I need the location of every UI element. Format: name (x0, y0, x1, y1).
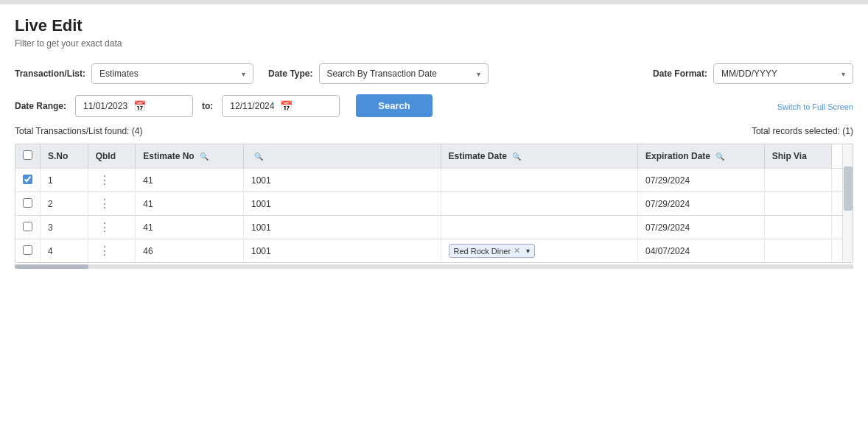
header-expiration-date: Expiration Date 🔍 (638, 144, 765, 169)
row-expiration-date (764, 192, 831, 216)
row-estimate-date: 07/29/2024 (638, 169, 765, 192)
date-type-chevron-icon: ▾ (477, 70, 480, 78)
transaction-chevron-icon: ▾ (242, 70, 245, 78)
customer-selected-tag: Red Rock Diner✕▾ (449, 244, 536, 258)
row-customer (441, 192, 638, 216)
total-found-label: Total Transactions/List found: (4) (15, 126, 142, 136)
table-header-row: S.No QbId Estimate No 🔍 🔍 Estimate Date … (15, 144, 853, 169)
table-horizontal-scrollbar[interactable] (15, 264, 853, 269)
transaction-list-label: Transaction/List: (15, 69, 85, 79)
row-customer (441, 216, 638, 239)
row-checkbox-cell (15, 169, 41, 192)
header-customer: 🔍 (244, 144, 441, 169)
row-qbid: 41 (136, 216, 244, 239)
date-range-label: Date Range: (15, 101, 66, 111)
row-dots-cell: ⋮ (88, 192, 136, 216)
row-estimate-date: 07/29/2024 (638, 216, 765, 239)
header-sno: S.No (41, 144, 88, 169)
row-4-checkbox[interactable] (23, 245, 32, 255)
row-sno: 3 (41, 216, 88, 239)
table-scrollbar-horizontal-thumb (15, 264, 88, 269)
table-scrollbar-thumb (844, 166, 853, 211)
row-customer: Red Rock Diner✕▾ (441, 239, 638, 263)
date-to-label: to: (202, 101, 213, 111)
date-to-value: 12/11/2024 (230, 101, 274, 111)
row-dots-button[interactable]: ⋮ (96, 220, 113, 234)
page-subtitle: Filter to get your exact data (15, 38, 853, 49)
table-row: 2⋮41100107/29/2024 (15, 192, 853, 216)
row-estimate-no: 1001 (244, 169, 441, 192)
estimate-date-search-icon[interactable]: 🔍 (512, 152, 521, 161)
date-format-value: MM/DD/YYYY (721, 69, 777, 79)
row-customer (441, 169, 638, 192)
row-estimate-no: 1001 (244, 239, 441, 263)
customer-tag-text: Red Rock Diner (454, 247, 511, 256)
header-estimate-date: Estimate Date 🔍 (441, 144, 638, 169)
row-checkbox-cell (15, 192, 41, 216)
header-ship-via: Ship Via (764, 144, 831, 169)
date-type-select[interactable]: Search By Transaction Date ▾ (319, 63, 489, 84)
table-row: 1⋮41100107/29/2024 (15, 169, 853, 192)
row-2-checkbox[interactable] (23, 198, 32, 208)
header-checkbox-cell (15, 144, 41, 169)
row-sno: 1 (41, 169, 88, 192)
row-sno: 2 (41, 192, 88, 216)
row-3-checkbox[interactable] (23, 222, 32, 231)
date-type-value: Search By Transaction Date (327, 69, 437, 79)
row-dots-cell: ⋮ (88, 216, 136, 239)
customer-tag-chevron-icon[interactable]: ▾ (526, 247, 530, 255)
table-vertical-scrollbar[interactable] (842, 144, 853, 262)
table-row: 4⋮461001Red Rock Diner✕▾04/07/2024 (15, 239, 853, 263)
row-expiration-date (764, 216, 831, 239)
row-estimate-no: 1001 (244, 192, 441, 216)
row-checkbox-cell (15, 239, 41, 263)
calendar-from-icon: 📅 (133, 100, 146, 112)
data-table: S.No QbId Estimate No 🔍 🔍 Estimate Date … (15, 144, 853, 263)
row-dots-cell: ⋮ (88, 239, 136, 263)
page-title: Live Edit (15, 16, 853, 35)
full-screen-link[interactable]: Switch to Full Screen (777, 102, 853, 111)
row-estimate-no: 1001 (244, 216, 441, 239)
row-dots-button[interactable]: ⋮ (96, 197, 113, 211)
row-dots-cell: ⋮ (88, 169, 136, 192)
row-qbid: 46 (136, 239, 244, 263)
date-format-label: Date Format: (653, 69, 707, 79)
date-format-select[interactable]: MM/DD/YYYY ▾ (713, 63, 853, 84)
row-estimate-date: 07/29/2024 (638, 192, 765, 216)
calendar-to-icon: 📅 (280, 100, 293, 112)
select-all-checkbox[interactable] (23, 150, 32, 160)
total-selected-label: Total records selected: (1) (752, 126, 853, 136)
date-type-label: Date Type: (268, 69, 312, 79)
row-estimate-date: 04/07/2024 (638, 239, 765, 263)
customer-tag-remove-icon[interactable]: ✕ (514, 246, 520, 256)
row-sno: 4 (41, 239, 88, 263)
transaction-list-select[interactable]: Estimates ▾ (91, 63, 253, 84)
table-row: 3⋮41100107/29/2024 (15, 216, 853, 239)
row-qbid: 41 (136, 192, 244, 216)
date-to-input[interactable]: 12/11/2024 📅 (222, 95, 340, 117)
date-from-value: 11/01/2023 (83, 101, 127, 111)
estimate-no-search-icon[interactable]: 🔍 (200, 152, 209, 161)
customer-search-icon[interactable]: 🔍 (254, 152, 263, 161)
row-1-checkbox[interactable] (23, 175, 32, 184)
row-checkbox-cell (15, 216, 41, 239)
row-expiration-date (764, 169, 831, 192)
header-qbid: QbId (88, 144, 136, 169)
row-dots-button[interactable]: ⋮ (96, 244, 113, 258)
date-from-input[interactable]: 11/01/2023 📅 (75, 95, 193, 117)
header-estimate-no: Estimate No 🔍 (136, 144, 244, 169)
row-dots-button[interactable]: ⋮ (96, 173, 113, 187)
row-expiration-date (764, 239, 831, 263)
transaction-list-value: Estimates (99, 69, 139, 79)
date-format-chevron-icon: ▾ (841, 70, 845, 78)
search-button[interactable]: Search (356, 94, 432, 117)
expiration-date-search-icon[interactable]: 🔍 (715, 152, 724, 161)
row-qbid: 41 (136, 169, 244, 192)
